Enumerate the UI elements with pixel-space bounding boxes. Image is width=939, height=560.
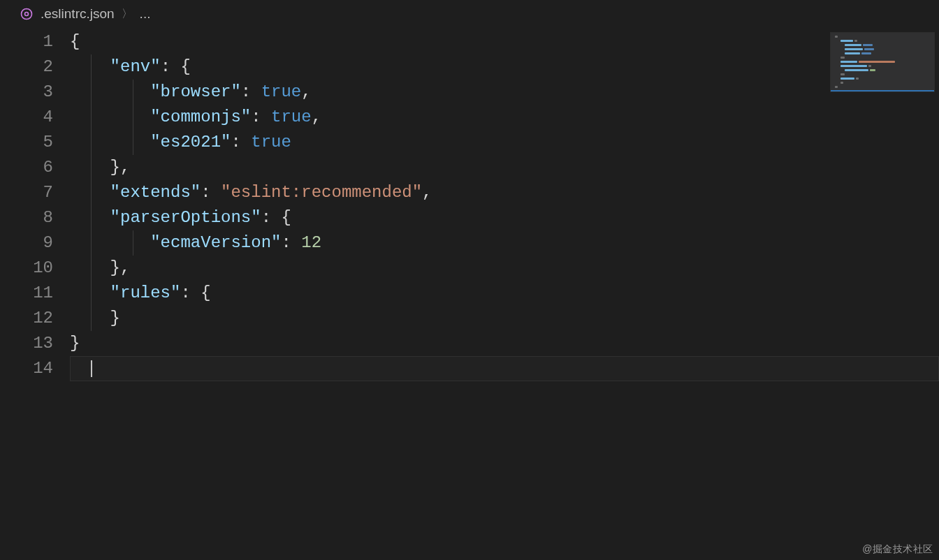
line-number-gutter[interactable]: 1234567891011121314 (0, 28, 70, 560)
token-pn: } (110, 309, 120, 327)
token-pn: : (251, 108, 271, 126)
token-str: "eslint:recommended" (221, 183, 422, 202)
indent-guide (91, 80, 92, 105)
code-line[interactable]: } (70, 306, 939, 331)
token-pn: : (281, 233, 301, 252)
code-line[interactable]: { (70, 29, 939, 54)
indent-guide (91, 306, 92, 331)
code-line[interactable]: "browser": true, (70, 80, 939, 105)
line-number: 13 (0, 331, 53, 356)
indent-guide (91, 180, 92, 205)
indent-guide (133, 230, 133, 256)
minimap-segment (861, 52, 871, 54)
token-pn: , (422, 183, 432, 202)
minimap-segment (840, 61, 857, 63)
line-number: 6 (0, 155, 53, 180)
line-number: 8 (0, 205, 53, 230)
code-line[interactable]: "env": { (70, 54, 939, 80)
minimap-segment (859, 61, 895, 63)
token-pn: : (241, 82, 261, 101)
minimap-segment (864, 48, 874, 50)
indent-guide (133, 105, 133, 130)
minimap-segment (840, 78, 854, 80)
minimap-segment (845, 48, 863, 50)
indent-guide (91, 230, 92, 256)
token-pn: , (312, 108, 321, 126)
code-view[interactable]: { "env": { "browser": true, "commonjs": … (70, 28, 939, 560)
token-key: "env" (110, 57, 161, 76)
breadcrumb-filename[interactable]: .eslintrc.json (41, 6, 115, 22)
chevron-right-icon: 〉 (122, 7, 133, 22)
minimap-segment (870, 69, 875, 71)
minimap-segment (835, 86, 838, 88)
token-pn: : (261, 208, 282, 227)
token-key: "parserOptions" (110, 208, 261, 227)
token-key: "es2021" (150, 133, 231, 152)
token-pn: : (161, 57, 181, 76)
token-key: "ecmaVersion" (150, 233, 281, 252)
indent-guide (91, 54, 92, 80)
breadcrumb[interactable]: .eslintrc.json 〉 ... (0, 0, 939, 28)
token-bool: true (271, 108, 312, 126)
line-number: 7 (0, 180, 53, 205)
indent-guide (91, 205, 92, 230)
indent-guide (133, 80, 133, 105)
minimap-segment (840, 57, 845, 59)
line-number: 12 (0, 306, 53, 331)
indent-guide (133, 130, 133, 155)
breadcrumb-collapsed[interactable]: ... (140, 6, 151, 22)
code-line[interactable]: "commonjs": true, (70, 105, 939, 130)
editor-area[interactable]: 1234567891011121314 { "env": { "browser"… (0, 28, 939, 560)
indent-guide (91, 256, 92, 281)
line-number: 9 (0, 230, 53, 256)
indent-guide (91, 155, 92, 180)
token-pn: { (180, 57, 190, 76)
indent-guide (91, 130, 92, 155)
line-number: 5 (0, 130, 53, 155)
minimap-segment (868, 65, 871, 67)
minimap-segment (856, 78, 859, 80)
token-pn: { (281, 208, 291, 227)
minimap-segment (845, 69, 868, 71)
token-pn: , (301, 82, 311, 101)
code-line[interactable]: }, (70, 256, 939, 281)
line-number: 1 (0, 29, 53, 54)
code-line[interactable]: "parserOptions": { (70, 205, 939, 230)
minimap-segment (840, 73, 845, 75)
code-line[interactable]: "rules": { (70, 281, 939, 306)
token-pn: : (231, 133, 251, 152)
token-bool: true (251, 133, 291, 152)
token-pn: } (70, 334, 80, 353)
minimap-segment (863, 44, 873, 46)
minimap-segment (854, 40, 857, 42)
line-number: 2 (0, 54, 53, 80)
line-number: 4 (0, 105, 53, 130)
minimap-segment (845, 44, 861, 46)
code-line[interactable] (70, 356, 939, 381)
token-key: "browser" (150, 82, 241, 101)
code-line[interactable]: "extends": "eslint:recommended", (70, 180, 939, 205)
minimap-segment (845, 52, 860, 54)
indent-guide (91, 281, 92, 306)
token-key: "extends" (110, 183, 201, 202)
json-file-icon (20, 7, 34, 21)
line-number: 3 (0, 80, 53, 105)
minimap-segment (840, 82, 843, 84)
code-line[interactable]: } (70, 331, 939, 356)
indent-guide (91, 105, 92, 130)
code-line[interactable]: "es2021": true (70, 130, 939, 155)
token-pn: : (180, 283, 201, 302)
minimap-segment (835, 36, 838, 38)
code-line[interactable]: "ecmaVersion": 12 (70, 230, 939, 256)
watermark: @掘金技术社区 (862, 543, 933, 556)
token-pn: { (70, 32, 80, 51)
token-pn: }, (110, 158, 131, 177)
token-num: 12 (301, 233, 321, 252)
code-line[interactable]: }, (70, 155, 939, 180)
token-key: "rules" (110, 283, 181, 302)
minimap[interactable] (830, 32, 935, 92)
token-pn: { (201, 283, 210, 302)
minimap-segment (840, 65, 867, 67)
line-number: 11 (0, 281, 53, 306)
token-pn: }, (110, 258, 131, 277)
